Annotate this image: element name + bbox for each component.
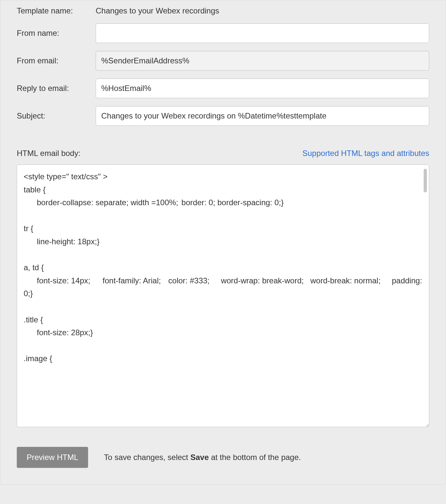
value-template-name: Changes to your Webex recordings bbox=[96, 6, 219, 15]
row-reply-to-email: Reply to email: bbox=[17, 78, 429, 98]
html-body-textarea[interactable] bbox=[17, 165, 429, 427]
label-reply-to-email: Reply to email: bbox=[17, 84, 96, 93]
label-subject: Subject: bbox=[17, 111, 96, 121]
email-template-form: Template name: Changes to your Webex rec… bbox=[0, 0, 446, 485]
supported-html-tags-link[interactable]: Supported HTML tags and attributes bbox=[302, 149, 429, 158]
subject-input[interactable] bbox=[96, 106, 429, 126]
row-from-email: From email: bbox=[17, 51, 429, 71]
html-body-wrapper bbox=[17, 164, 429, 427]
row-subject: Subject: bbox=[17, 106, 429, 126]
label-from-name: From name: bbox=[17, 29, 96, 38]
save-hint-pre: To save changes, select bbox=[104, 453, 190, 462]
label-template-name: Template name: bbox=[17, 6, 96, 15]
section-header-html-body: HTML email body: Supported HTML tags and… bbox=[17, 149, 429, 158]
save-hint-bold: Save bbox=[190, 453, 209, 462]
row-template-name: Template name: Changes to your Webex rec… bbox=[17, 6, 429, 15]
from-name-input[interactable] bbox=[96, 23, 429, 43]
footer-row: Preview HTML To save changes, select Sav… bbox=[17, 447, 429, 468]
from-email-input[interactable] bbox=[96, 51, 429, 71]
save-hint-post: at the bottom of the page. bbox=[209, 453, 301, 462]
scrollbar-thumb[interactable] bbox=[424, 169, 427, 192]
save-hint-text: To save changes, select Save at the bott… bbox=[104, 453, 301, 462]
label-html-email-body: HTML email body: bbox=[17, 149, 81, 158]
row-from-name: From name: bbox=[17, 23, 429, 43]
reply-to-email-input[interactable] bbox=[96, 78, 429, 98]
preview-html-button[interactable]: Preview HTML bbox=[17, 447, 88, 468]
label-from-email: From email: bbox=[17, 56, 96, 65]
